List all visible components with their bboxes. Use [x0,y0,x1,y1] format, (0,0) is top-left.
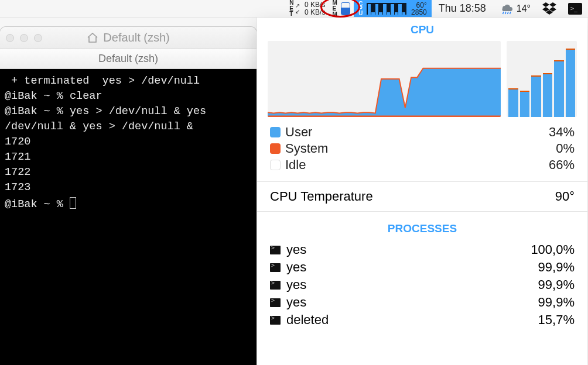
cpu-history-bars [367,3,406,15]
rain-cloud-icon [499,3,514,15]
processes-section-title: PROCESSES [257,216,587,240]
menu-bar: N E T ↗↙ 0 KB/s 0 KB/s M E M C P U 60° 2… [0,0,588,18]
process-pct: 99,9% [538,260,575,275]
process-row[interactable]: yes99,9% [270,294,575,311]
process-row[interactable]: yes99,9% [270,259,575,276]
menubar-terminal-shortcut[interactable]: >_ [562,3,588,15]
cpu-dropdown-panel: CPU User 34% System 0% Idle 66% CPU Temp… [257,18,587,365]
close-button[interactable] [6,34,14,42]
terminal-output[interactable]: + terminated yes > /dev/null @iBak ~ % c… [0,69,257,365]
tab-label: Default (zsh) [98,53,158,65]
net-values: 0 KB/s 0 KB/s [305,1,325,16]
process-icon [270,263,281,272]
process-row[interactable]: yes100,0% [270,241,575,259]
process-name: deleted [286,312,329,328]
legend-idle: Idle 66% [270,157,575,173]
process-list: yes100,0%yes99,9%yes99,9%yes99,9%deleted… [257,240,587,330]
window-titlebar[interactable]: Default (zsh) [0,27,257,49]
cpu-section-title: CPU [257,18,587,41]
process-icon [270,281,281,290]
net-arrows-icon: ↗↙ [295,3,300,15]
process-icon [270,316,281,325]
cpu-temp-readout: 60° 2850 [411,2,427,16]
process-pct: 15,7% [538,312,575,328]
process-row[interactable]: deleted15,7% [270,311,575,329]
process-row[interactable]: yes99,9% [270,276,575,294]
menubar-network-widget[interactable]: N E T ↗↙ 0 KB/s 0 KB/s [286,0,329,17]
cpu-legend: User 34% System 0% Idle 66% [257,122,587,177]
svg-line-1 [505,12,506,14]
process-pct: 99,9% [538,277,575,292]
terminal-tab[interactable]: Default (zsh) [0,49,257,69]
mem-bar-icon [341,2,350,15]
menubar-weather[interactable]: 14° [493,3,536,15]
cpu-history-chart [268,41,501,117]
home-icon [87,33,98,43]
net-label: N E T [289,0,294,17]
svg-text:>_: >_ [570,5,578,12]
weather-temp: 14° [517,4,531,14]
window-traffic-lights[interactable] [6,34,42,42]
svg-line-2 [507,12,508,14]
dropbox-icon [542,2,556,15]
process-pct: 100,0% [531,242,575,257]
legend-system: System 0% [270,140,575,157]
menubar-clock[interactable]: Thu 18:58 [432,2,493,15]
cpu-per-core-chart [507,41,577,117]
process-name: yes [286,295,306,310]
window-title: Default (zsh) [103,31,169,44]
process-icon [270,246,281,254]
process-name: yes [286,260,306,275]
process-name: yes [286,277,306,292]
menubar-dropbox[interactable] [536,2,562,15]
process-name: yes [286,242,306,257]
cpu-label: C P U [358,2,363,16]
terminal-icon: >_ [568,3,582,15]
process-pct: 99,9% [538,295,575,310]
process-icon [270,298,281,307]
menubar-cpu-widget[interactable]: C P U 60° 2850 [354,0,431,17]
minimize-button[interactable] [20,34,28,42]
menubar-memory-widget[interactable]: M E M [329,0,354,17]
legend-user: User 34% [270,124,575,140]
terminal-cursor [70,197,76,209]
svg-line-3 [510,12,511,14]
terminal-window: Default (zsh) Default (zsh) + terminated… [0,27,257,365]
svg-line-0 [502,12,504,14]
mem-label: M E M [332,0,337,18]
zoom-button[interactable] [34,34,42,42]
cpu-temperature-row: CPU Temperature 90° [257,187,587,206]
